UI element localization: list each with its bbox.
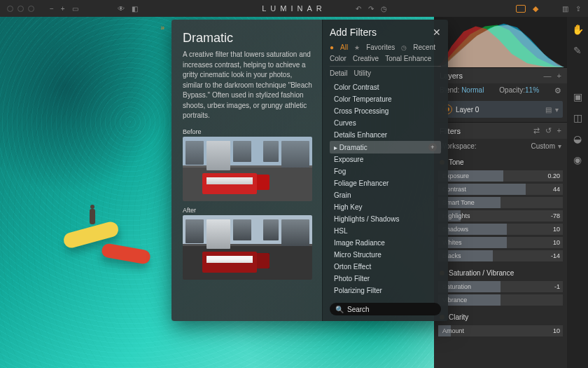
top-toolbar: − + ▭ 👁 ◧ LUMINAR ↶ ↷ ◷ ◆ ▥ ⇪ [0, 0, 588, 17]
filter-item[interactable]: HSL [330, 225, 441, 237]
crop-tool-icon[interactable]: ▣ [572, 91, 583, 102]
hand-tool-icon[interactable]: ✋ [572, 24, 583, 35]
layer-mask-icon[interactable]: ▤ [545, 106, 552, 114]
layer-row[interactable]: Layer 0 ▤ ▾ [438, 101, 563, 118]
add-layer-icon[interactable]: + [557, 71, 561, 80]
slider-row[interactable]: Contrast44 [438, 184, 563, 195]
tab-color[interactable]: Color [330, 55, 346, 62]
right-panel: Layers — + Blend: Normal Opacity:11% ⚙ L… [434, 17, 567, 368]
filter-item[interactable]: ▸ Dramatic+ [330, 141, 441, 154]
filter-item[interactable]: Details Enhancer [330, 129, 441, 141]
filter-item[interactable]: Exposure [330, 154, 441, 165]
category-favorites[interactable]: Favorites [366, 43, 395, 51]
brush-tool-icon[interactable]: ✎ [572, 45, 583, 56]
filter-item[interactable]: Foliage Enhancer [330, 177, 441, 189]
add-filter-plus-icon[interactable]: + [428, 143, 437, 151]
filter-item[interactable]: Highlights / Shadows [330, 213, 441, 225]
layers-panel-icon[interactable]: ◆ [533, 4, 538, 13]
close-icon[interactable]: ✕ [433, 27, 441, 38]
category-recent[interactable]: Recent [413, 43, 435, 51]
filter-search-input[interactable]: 🔍 Search [330, 303, 441, 315]
filter-item[interactable]: Cross Processing [330, 105, 441, 117]
slider-row[interactable]: Amount10 [438, 325, 563, 336]
filter-item[interactable]: Color Temperature [330, 93, 441, 105]
image-panel-icon[interactable] [516, 5, 526, 13]
filter-item[interactable]: Photo Filter [330, 273, 441, 285]
slider-row[interactable]: Saturation-1 [438, 281, 563, 292]
search-icon: 🔍 [335, 306, 344, 313]
close-dot[interactable] [7, 6, 13, 12]
filter-item[interactable]: Color Contrast [330, 81, 441, 93]
filter-item[interactable]: Polarizing Filter [330, 285, 441, 297]
fit-icon[interactable]: ▭ [72, 5, 78, 13]
layer-gear-icon[interactable]: ⚙ [554, 86, 561, 95]
blend-mode-value[interactable]: Normal [461, 86, 484, 94]
histogram[interactable] [434, 17, 567, 67]
slider-row[interactable]: Smart Tone [438, 197, 563, 208]
filter-list[interactable]: Color ContrastColor TemperatureCross Pro… [330, 81, 441, 299]
maximize-dot[interactable] [28, 6, 34, 12]
slider-row[interactable]: Vibrance [438, 294, 563, 306]
window-traffic-lights[interactable] [0, 6, 34, 12]
share-icon[interactable]: ⇪ [575, 5, 581, 13]
minimize-dot[interactable] [18, 6, 24, 12]
tool-strip: ✋ ✎ ▣ ◫ ◒ ◉ [567, 17, 588, 368]
category-bullet: ● [330, 43, 334, 51]
erase-tool-icon[interactable]: ◒ [572, 133, 583, 144]
workspace-chevron-icon[interactable]: ▾ [558, 142, 561, 150]
filter-category-row-1: ● All ★ Favorites ◷ Recent [330, 43, 441, 51]
opacity-value[interactable]: 11% [525, 86, 539, 94]
history-icon[interactable]: ◷ [381, 5, 387, 13]
layer-expand-icon[interactable]: ▾ [555, 106, 559, 114]
compare-split-icon[interactable]: ◧ [132, 5, 138, 13]
preview-eye-icon[interactable]: 👁 [118, 5, 125, 13]
clock-icon: ◷ [401, 44, 407, 51]
undo-icon[interactable]: ↶ [356, 5, 361, 13]
tab-tonal-enhance[interactable]: Tonal Enhance [385, 55, 431, 62]
app-title: LUMINAR [262, 4, 326, 13]
workspace-value[interactable]: Custom [531, 142, 555, 150]
layers-section: Layers — + Blend: Normal Opacity:11% ⚙ L… [434, 67, 567, 122]
before-preview-image [183, 137, 312, 201]
slider-row[interactable]: Exposure0.20 [438, 170, 563, 182]
tab-detail[interactable]: Detail [330, 69, 348, 77]
filter-item[interactable]: Curves [330, 117, 441, 129]
slider-row[interactable]: Whites10 [438, 237, 563, 248]
slider-value: -14 [546, 252, 560, 259]
tab-creative[interactable]: Creative [353, 55, 379, 62]
filter-description-pane: Dramatic A creative filter that lowers s… [172, 20, 322, 321]
filter-group-header[interactable]: Saturation / Vibrance [438, 267, 563, 279]
layer-name: Layer 0 [456, 106, 479, 114]
filter-category-row-3: Detail Utility [330, 69, 441, 77]
filters-body: ToneExposure0.20Contrast44Smart ToneHigh… [434, 154, 567, 349]
clone-tool-icon[interactable]: ◉ [572, 154, 583, 165]
filter-item[interactable]: Orton Effect [330, 261, 441, 273]
filter-group-header[interactable]: Tone [438, 156, 563, 168]
filter-item[interactable]: Fog [330, 165, 441, 177]
after-label: After [183, 207, 312, 214]
tab-utility[interactable]: Utility [354, 69, 371, 77]
photo-subject [63, 227, 150, 261]
filter-item[interactable]: High Key [330, 201, 441, 213]
sidepanel-toggle-icon[interactable]: ▥ [562, 5, 568, 13]
zoom-out-icon[interactable]: − [50, 5, 54, 13]
transform-tool-icon[interactable]: ◫ [572, 112, 583, 123]
zoom-in-icon[interactable]: + [61, 5, 65, 13]
presets-icon[interactable]: ⇄ [533, 126, 540, 135]
expand-handle-icon[interactable]: » [160, 24, 164, 32]
redo-icon[interactable]: ↷ [368, 5, 374, 13]
category-all[interactable]: All [340, 43, 348, 51]
filter-item[interactable]: Grain [330, 189, 441, 201]
filter-item[interactable]: Image Radiance [330, 237, 441, 249]
slider-row[interactable]: Highlights-78 [438, 210, 563, 222]
slider-row[interactable]: Shadows10 [438, 224, 563, 235]
slider-row[interactable]: Blacks-14 [438, 250, 563, 261]
reset-filters-icon[interactable]: ↺ [545, 126, 552, 135]
collapse-layers-icon[interactable]: — [544, 71, 552, 80]
add-filter-icon[interactable]: + [557, 126, 561, 135]
filter-item[interactable]: Remove Color Cast [330, 297, 441, 299]
slider-value: 0.20 [546, 172, 560, 179]
filter-group-header[interactable]: Clarity [438, 311, 563, 323]
filter-item[interactable]: Micro Structure [330, 249, 441, 261]
filter-group: Saturation / VibranceSaturation-1Vibranc… [438, 267, 563, 306]
